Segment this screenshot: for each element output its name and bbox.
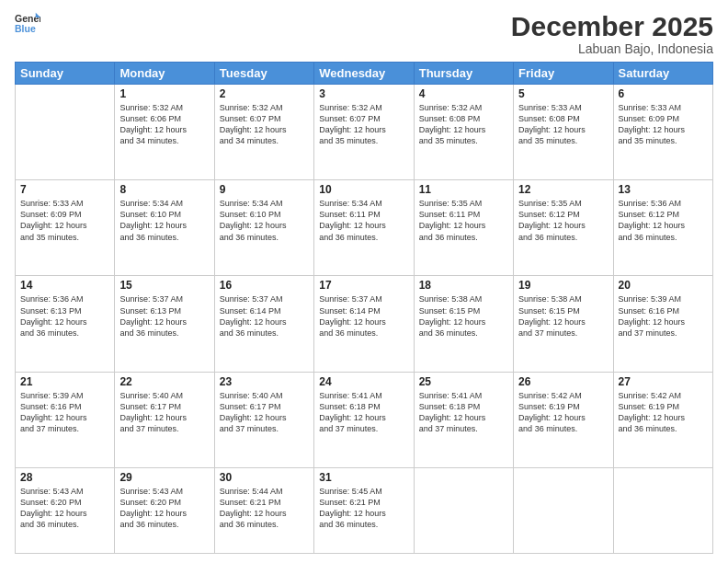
calendar-cell: 26Sunrise: 5:42 AMSunset: 6:19 PMDayligh… — [514, 372, 613, 467]
calendar-cell: 1Sunrise: 5:32 AMSunset: 6:06 PMDaylight… — [115, 85, 214, 180]
day-info: Sunrise: 5:35 AMSunset: 6:12 PMDaylight:… — [518, 198, 608, 243]
calendar-cell: 13Sunrise: 5:36 AMSunset: 6:12 PMDayligh… — [613, 180, 712, 276]
day-info: Sunrise: 5:32 AMSunset: 6:07 PMDaylight:… — [220, 102, 309, 147]
calendar-cell: 12Sunrise: 5:35 AMSunset: 6:12 PMDayligh… — [514, 180, 613, 276]
day-info: Sunrise: 5:38 AMSunset: 6:15 PMDaylight:… — [518, 293, 608, 339]
day-number: 17 — [319, 279, 408, 292]
calendar-cell — [16, 85, 115, 180]
day-info: Sunrise: 5:42 AMSunset: 6:19 PMDaylight:… — [619, 390, 708, 435]
day-info: Sunrise: 5:40 AMSunset: 6:17 PMDaylight:… — [119, 390, 209, 435]
day-number: 19 — [518, 279, 608, 292]
day-info: Sunrise: 5:43 AMSunset: 6:20 PMDaylight:… — [20, 486, 109, 531]
header-thursday: Thursday — [414, 63, 513, 85]
day-number: 27 — [619, 375, 708, 388]
calendar-cell: 15Sunrise: 5:37 AMSunset: 6:13 PMDayligh… — [115, 276, 214, 372]
calendar-cell: 22Sunrise: 5:40 AMSunset: 6:17 PMDayligh… — [115, 372, 214, 467]
day-info: Sunrise: 5:41 AMSunset: 6:18 PMDaylight:… — [319, 390, 408, 435]
day-number: 4 — [419, 87, 508, 100]
day-number: 31 — [319, 471, 408, 484]
logo-icon: General Blue — [15, 11, 40, 37]
day-number: 30 — [220, 471, 309, 484]
day-number: 11 — [419, 183, 508, 196]
header-monday: Monday — [115, 63, 214, 85]
day-info: Sunrise: 5:42 AMSunset: 6:19 PMDaylight:… — [518, 390, 608, 435]
calendar-cell: 17Sunrise: 5:37 AMSunset: 6:14 PMDayligh… — [314, 276, 414, 372]
day-info: Sunrise: 5:32 AMSunset: 6:06 PMDaylight:… — [119, 102, 209, 147]
calendar-cell: 18Sunrise: 5:38 AMSunset: 6:15 PMDayligh… — [414, 276, 513, 372]
day-number: 3 — [319, 87, 408, 100]
page-title: December 2025 — [511, 11, 713, 41]
calendar-cell: 29Sunrise: 5:43 AMSunset: 6:20 PMDayligh… — [115, 467, 214, 553]
header-wednesday: Wednesday — [314, 63, 414, 85]
day-info: Sunrise: 5:38 AMSunset: 6:15 PMDaylight:… — [419, 293, 508, 339]
day-info: Sunrise: 5:44 AMSunset: 6:21 PMDaylight:… — [220, 486, 309, 531]
day-info: Sunrise: 5:32 AMSunset: 6:08 PMDaylight:… — [419, 102, 508, 147]
calendar-cell: 6Sunrise: 5:33 AMSunset: 6:09 PMDaylight… — [613, 85, 712, 180]
calendar-cell: 16Sunrise: 5:37 AMSunset: 6:14 PMDayligh… — [214, 276, 313, 372]
day-number: 18 — [419, 279, 508, 292]
calendar-cell: 14Sunrise: 5:36 AMSunset: 6:13 PMDayligh… — [16, 276, 115, 372]
calendar-cell: 2Sunrise: 5:32 AMSunset: 6:07 PMDaylight… — [214, 85, 313, 180]
day-info: Sunrise: 5:37 AMSunset: 6:14 PMDaylight:… — [319, 293, 408, 339]
day-number: 23 — [220, 375, 309, 388]
day-number: 12 — [518, 183, 608, 196]
calendar-cell: 25Sunrise: 5:41 AMSunset: 6:18 PMDayligh… — [414, 372, 513, 467]
calendar-table: SundayMondayTuesdayWednesdayThursdayFrid… — [15, 62, 713, 554]
day-number: 8 — [119, 183, 209, 196]
calendar-cell: 9Sunrise: 5:34 AMSunset: 6:10 PMDaylight… — [214, 180, 313, 276]
day-info: Sunrise: 5:43 AMSunset: 6:20 PMDaylight:… — [119, 486, 209, 531]
calendar-cell: 3Sunrise: 5:32 AMSunset: 6:07 PMDaylight… — [314, 85, 414, 180]
svg-text:Blue: Blue — [15, 23, 36, 34]
day-number: 14 — [20, 279, 109, 292]
calendar-header-row: SundayMondayTuesdayWednesdayThursdayFrid… — [16, 63, 713, 85]
logo: General Blue — [15, 11, 40, 37]
calendar-cell — [613, 467, 712, 553]
calendar-week-row: 7Sunrise: 5:33 AMSunset: 6:09 PMDaylight… — [16, 180, 713, 276]
day-info: Sunrise: 5:33 AMSunset: 6:08 PMDaylight:… — [518, 102, 608, 147]
title-area: December 2025 Labuan Bajo, Indonesia — [511, 11, 713, 56]
day-number: 26 — [518, 375, 608, 388]
day-number: 28 — [20, 471, 109, 484]
day-number: 20 — [619, 279, 708, 292]
day-number: 29 — [119, 471, 209, 484]
day-info: Sunrise: 5:34 AMSunset: 6:10 PMDaylight:… — [220, 198, 309, 243]
calendar-cell: 7Sunrise: 5:33 AMSunset: 6:09 PMDaylight… — [16, 180, 115, 276]
day-number: 16 — [220, 279, 309, 292]
calendar-cell: 11Sunrise: 5:35 AMSunset: 6:11 PMDayligh… — [414, 180, 513, 276]
calendar-week-row: 21Sunrise: 5:39 AMSunset: 6:16 PMDayligh… — [16, 372, 713, 467]
calendar-cell: 28Sunrise: 5:43 AMSunset: 6:20 PMDayligh… — [16, 467, 115, 553]
day-number: 22 — [119, 375, 209, 388]
day-info: Sunrise: 5:34 AMSunset: 6:10 PMDaylight:… — [119, 198, 209, 243]
day-info: Sunrise: 5:39 AMSunset: 6:16 PMDaylight:… — [619, 293, 708, 339]
day-info: Sunrise: 5:35 AMSunset: 6:11 PMDaylight:… — [419, 198, 508, 243]
day-number: 10 — [319, 183, 408, 196]
header-tuesday: Tuesday — [214, 63, 313, 85]
header-saturday: Saturday — [613, 63, 712, 85]
day-number: 21 — [20, 375, 109, 388]
calendar-week-row: 1Sunrise: 5:32 AMSunset: 6:06 PMDaylight… — [16, 85, 713, 180]
calendar-cell: 8Sunrise: 5:34 AMSunset: 6:10 PMDaylight… — [115, 180, 214, 276]
day-info: Sunrise: 5:34 AMSunset: 6:11 PMDaylight:… — [319, 198, 408, 243]
day-number: 15 — [119, 279, 209, 292]
calendar-cell: 31Sunrise: 5:45 AMSunset: 6:21 PMDayligh… — [314, 467, 414, 553]
day-info: Sunrise: 5:41 AMSunset: 6:18 PMDaylight:… — [419, 390, 508, 435]
day-info: Sunrise: 5:37 AMSunset: 6:14 PMDaylight:… — [220, 293, 309, 339]
calendar-cell — [514, 467, 613, 553]
day-number: 6 — [619, 87, 708, 100]
day-number: 13 — [619, 183, 708, 196]
calendar-week-row: 14Sunrise: 5:36 AMSunset: 6:13 PMDayligh… — [16, 276, 713, 372]
day-info: Sunrise: 5:33 AMSunset: 6:09 PMDaylight:… — [20, 198, 109, 243]
day-number: 1 — [119, 87, 209, 100]
calendar-cell: 19Sunrise: 5:38 AMSunset: 6:15 PMDayligh… — [514, 276, 613, 372]
day-number: 24 — [319, 375, 408, 388]
day-info: Sunrise: 5:33 AMSunset: 6:09 PMDaylight:… — [619, 102, 708, 147]
calendar-cell: 27Sunrise: 5:42 AMSunset: 6:19 PMDayligh… — [613, 372, 712, 467]
header-sunday: Sunday — [16, 63, 115, 85]
calendar-cell: 20Sunrise: 5:39 AMSunset: 6:16 PMDayligh… — [613, 276, 712, 372]
calendar-cell — [414, 467, 513, 553]
calendar-cell: 23Sunrise: 5:40 AMSunset: 6:17 PMDayligh… — [214, 372, 313, 467]
day-info: Sunrise: 5:36 AMSunset: 6:12 PMDaylight:… — [619, 198, 708, 243]
day-info: Sunrise: 5:37 AMSunset: 6:13 PMDaylight:… — [119, 293, 209, 339]
page: General Blue December 2025 Labuan Bajo, … — [0, 0, 728, 563]
day-number: 25 — [419, 375, 508, 388]
